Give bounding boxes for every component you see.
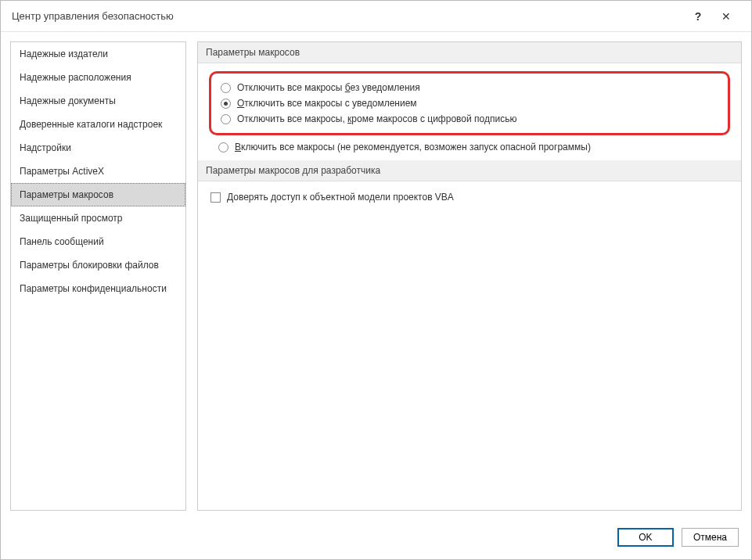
sidebar-item-label: Панель сообщений: [20, 236, 104, 247]
highlighted-options-box: Отключить все макросы без уведомления От…: [209, 71, 730, 135]
sidebar-item-activex[interactable]: Параметры ActiveX: [11, 160, 185, 183]
sidebar-item-file-block[interactable]: Параметры блокировки файлов: [11, 253, 185, 277]
ok-button[interactable]: OK: [617, 528, 674, 547]
sidebar-item-trusted-publishers[interactable]: Надежные издатели: [11, 42, 185, 66]
radio-icon: [221, 114, 231, 124]
dialog-body: Надежные издатели Надежные расположения …: [1, 32, 751, 520]
sidebar-item-message-bar[interactable]: Панель сообщений: [11, 230, 185, 253]
radio-icon: [221, 83, 231, 93]
sidebar-item-label: Надежные документы: [20, 95, 116, 106]
help-button[interactable]: ?: [684, 5, 712, 28]
sidebar-item-label: Надстройки: [20, 142, 71, 153]
radio-icon: [221, 99, 231, 109]
dialog-footer: OK Отмена: [1, 520, 751, 559]
radio-disable-no-notification[interactable]: Отключить все макросы без уведомления: [221, 80, 718, 95]
section-header-developer: Параметры макросов для разработчика: [198, 160, 741, 181]
sidebar-item-trusted-documents[interactable]: Надежные документы: [11, 89, 185, 113]
radio-label: Отключить все макросы без уведомления: [237, 82, 420, 93]
sidebar-item-label: Доверенные каталоги надстроек: [20, 119, 162, 130]
sidebar-item-label: Параметры ActiveX: [20, 166, 104, 177]
radio-label: Включить все макросы (не рекомендуется, …: [235, 142, 591, 153]
sidebar-item-trusted-locations[interactable]: Надежные расположения: [11, 66, 185, 89]
checkbox-label: Доверять доступ к объектной модели проек…: [227, 192, 454, 203]
cancel-button[interactable]: Отмена: [682, 528, 739, 547]
close-button[interactable]: ✕: [712, 5, 740, 28]
checkbox-trust-vba[interactable]: Доверять доступ к объектной модели проек…: [210, 189, 729, 205]
section-header-macros: Параметры макросов: [198, 42, 741, 63]
sidebar-item-protected-view[interactable]: Защищенный просмотр: [11, 206, 185, 230]
sidebar-item-label: Защищенный просмотр: [20, 213, 123, 224]
sidebar-item-label: Надежные расположения: [20, 72, 131, 83]
sidebar-item-trusted-addins-catalogs[interactable]: Доверенные каталоги надстроек: [11, 113, 185, 136]
sidebar-item-label: Параметры блокировки файлов: [20, 260, 159, 271]
titlebar: Центр управления безопасностью ? ✕: [1, 1, 751, 32]
checkbox-icon: [210, 192, 221, 203]
content-panel: Параметры макросов Отключить все макросы…: [197, 41, 742, 511]
window-title: Центр управления безопасностью: [12, 10, 684, 22]
radio-label: Отключить все макросы, кроме макросов с …: [237, 113, 516, 124]
sidebar-item-addins[interactable]: Надстройки: [11, 136, 185, 160]
radio-label: Отключить все макросы с уведомлением: [237, 98, 417, 109]
radio-disable-except-signed[interactable]: Отключить все макросы, кроме макросов с …: [221, 111, 718, 127]
radio-disable-with-notification[interactable]: Отключить все макросы с уведомлением: [221, 95, 718, 111]
sidebar: Надежные издатели Надежные расположения …: [10, 41, 186, 511]
sidebar-item-privacy[interactable]: Параметры конфиденциальности: [11, 277, 185, 300]
trust-center-dialog: Центр управления безопасностью ? ✕ Надеж…: [0, 0, 752, 560]
sidebar-item-label: Параметры конфиденциальности: [20, 283, 167, 294]
radio-icon: [218, 142, 228, 153]
sidebar-item-macro-settings[interactable]: Параметры макросов: [11, 183, 185, 206]
sidebar-item-label: Параметры макросов: [20, 189, 113, 200]
radio-enable-all[interactable]: Включить все макросы (не рекомендуется, …: [198, 140, 741, 160]
sidebar-item-label: Надежные издатели: [20, 48, 108, 59]
